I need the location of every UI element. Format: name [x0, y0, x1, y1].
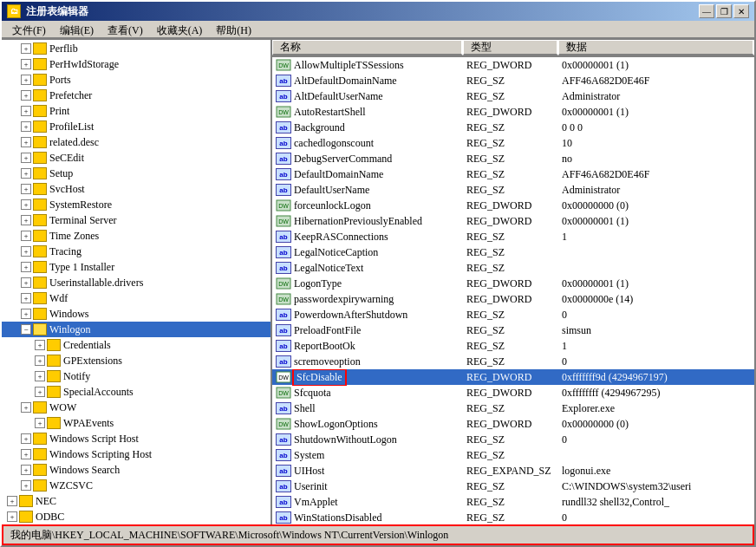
- tree-item[interactable]: +PerHwIdStorage: [2, 56, 270, 72]
- tree-item[interactable]: +ODBC: [2, 509, 270, 524]
- tree-toggle-icon[interactable]: +: [21, 231, 31, 241]
- list-row[interactable]: ab DefaultDomainName REG_SZ AFF46A682D0E…: [272, 166, 754, 182]
- menu-favorites[interactable]: 收藏夹(A): [150, 23, 210, 36]
- list-scroll[interactable]: DW AllowMultipleTSSessions REG_DWORD 0x0…: [272, 57, 754, 524]
- list-row[interactable]: ab scremoveoption REG_SZ 0: [272, 354, 754, 369]
- list-row[interactable]: DW LogonType REG_DWORD 0x00000001 (1): [272, 276, 754, 291]
- tree-item[interactable]: +SpecialAccounts: [2, 384, 270, 400]
- tree-toggle-icon[interactable]: +: [21, 75, 31, 85]
- tree-toggle-icon[interactable]: +: [21, 246, 31, 257]
- tree-toggle-icon[interactable]: +: [21, 43, 31, 54]
- list-row[interactable]: ab AltDefaultDomainName REG_SZ AFF46A682…: [272, 73, 754, 88]
- tree-toggle-icon[interactable]: +: [21, 215, 31, 225]
- tree-toggle-icon[interactable]: +: [21, 106, 31, 116]
- tree-item[interactable]: +Windows Scripting Host: [2, 446, 270, 462]
- tree-toggle-icon[interactable]: −: [21, 324, 31, 335]
- tree-toggle-icon[interactable]: +: [21, 90, 31, 101]
- tree-toggle-icon[interactable]: +: [21, 480, 31, 491]
- tree-item[interactable]: +NEC: [2, 493, 270, 509]
- list-row[interactable]: DW passwordexpirywarning REG_DWORD 0x000…: [272, 291, 754, 307]
- tree-toggle-icon[interactable]: +: [35, 418, 45, 428]
- tree-toggle-icon[interactable]: +: [21, 449, 31, 459]
- list-row[interactable]: ab DebugServerCommand REG_SZ no: [272, 151, 754, 166]
- tree-toggle-icon[interactable]: +: [21, 277, 31, 288]
- tree-item[interactable]: +Type 1 Installer: [2, 259, 270, 275]
- tree-toggle-icon[interactable]: +: [35, 355, 45, 366]
- list-row[interactable]: ab ShutdownWithoutLogon REG_SZ 0: [272, 432, 754, 447]
- list-row[interactable]: DW HibernationPreviouslyEnabled REG_DWOR…: [272, 213, 754, 229]
- list-row[interactable]: ab PowerdownAfterShutdown REG_SZ 0: [272, 307, 754, 322]
- tree-item[interactable]: +Time Zones: [2, 228, 270, 244]
- tree-item[interactable]: +Tracing: [2, 244, 270, 259]
- menu-help[interactable]: 帮助(H): [209, 23, 258, 36]
- menu-view[interactable]: 查看(V): [101, 23, 150, 36]
- tree-toggle-icon[interactable]: +: [21, 153, 31, 163]
- list-row[interactable]: ab System REG_SZ: [272, 447, 754, 463]
- list-row[interactable]: DW AutoRestartShell REG_DWORD 0x00000001…: [272, 104, 754, 120]
- tree-item[interactable]: +Prefetcher: [2, 88, 270, 103]
- tree-item[interactable]: +Setup: [2, 166, 270, 181]
- tree-item[interactable]: +Wdf: [2, 290, 270, 306]
- tree-item[interactable]: +Print: [2, 103, 270, 119]
- list-row[interactable]: ab WinStationsDisabled REG_SZ 0: [272, 510, 754, 524]
- col-header-name[interactable]: 名称: [272, 40, 463, 55]
- tree-toggle-icon[interactable]: +: [21, 121, 31, 132]
- tree-toggle-icon[interactable]: +: [21, 137, 31, 147]
- tree-toggle-icon[interactable]: +: [35, 340, 45, 350]
- tree-item[interactable]: +SvcHost: [2, 181, 270, 197]
- list-row[interactable]: DW forceunlockLogon REG_DWORD 0x00000000…: [272, 198, 754, 213]
- tree-item[interactable]: +SystemRestore: [2, 197, 270, 212]
- list-row[interactable]: ab KeepRASConnections REG_SZ 1: [272, 229, 754, 244]
- tree-item[interactable]: +WPAEvents: [2, 415, 270, 431]
- tree-item[interactable]: +ProfileList: [2, 119, 270, 134]
- list-row[interactable]: ab Userinit REG_SZ C:\WINDOWS\system32\u…: [272, 479, 754, 494]
- list-row[interactable]: DW ShowLogonOptions REG_DWORD 0x00000000…: [272, 416, 754, 432]
- list-row[interactable]: ab PreloadFontFile REG_SZ simsun: [272, 322, 754, 338]
- restore-button[interactable]: ❐: [716, 4, 732, 18]
- tree-item[interactable]: +Windows: [2, 306, 270, 322]
- tree-toggle-icon[interactable]: +: [21, 465, 31, 475]
- list-row[interactable]: ab LegalNoticeText REG_SZ: [272, 260, 754, 276]
- tree-toggle-icon[interactable]: +: [21, 402, 31, 413]
- list-row[interactable]: ab VmApplet REG_SZ rundll32 shell32,Cont…: [272, 494, 754, 510]
- tree-toggle-icon[interactable]: +: [35, 387, 45, 397]
- tree-toggle-icon[interactable]: +: [21, 309, 31, 319]
- tree-item[interactable]: +Windows Script Host: [2, 431, 270, 446]
- tree-toggle-icon[interactable]: +: [21, 262, 31, 272]
- list-row[interactable]: ab Background REG_SZ 0 0 0: [272, 120, 754, 135]
- tree-item[interactable]: +related.desc: [2, 134, 270, 150]
- list-row[interactable]: ab ReportBootOk REG_SZ 1: [272, 338, 754, 354]
- tree-scroll[interactable]: −NetworkCards+OpenGLDrivers+Perflib+PerH…: [2, 40, 270, 524]
- menu-file[interactable]: 文件(F): [5, 23, 53, 36]
- tree-item[interactable]: +Perflib: [2, 41, 270, 56]
- tree-item[interactable]: +WZCSVC: [2, 478, 270, 493]
- tree-item[interactable]: +GPExtensions: [2, 353, 270, 368]
- tree-toggle-icon[interactable]: +: [35, 371, 45, 381]
- tree-toggle-icon[interactable]: +: [7, 496, 17, 506]
- tree-toggle-icon[interactable]: +: [21, 293, 31, 303]
- list-row[interactable]: DW SfcDisable REG_DWORD 0xfffffff9d (429…: [272, 369, 754, 385]
- tree-toggle-icon[interactable]: +: [21, 59, 31, 69]
- list-row[interactable]: ab DefaultUserName REG_SZ Administrator: [272, 182, 754, 198]
- tree-item[interactable]: +Credentials: [2, 337, 270, 353]
- col-header-data[interactable]: 数据: [558, 40, 754, 55]
- tree-item[interactable]: +Terminal Server: [2, 212, 270, 228]
- tree-item[interactable]: +Userinstallable.drivers: [2, 275, 270, 290]
- list-row[interactable]: ab Shell REG_SZ Explorer.exe: [272, 400, 754, 416]
- minimize-button[interactable]: —: [699, 4, 714, 18]
- list-row[interactable]: DW AllowMultipleTSSessions REG_DWORD 0x0…: [272, 57, 754, 73]
- list-row[interactable]: ab LegalNoticeCaption REG_SZ: [272, 244, 754, 260]
- tree-item[interactable]: +Ports: [2, 72, 270, 88]
- tree-item[interactable]: +WOW: [2, 400, 270, 415]
- list-row[interactable]: ab AltDefaultUserName REG_SZ Administrat…: [272, 88, 754, 104]
- menu-edit[interactable]: 编辑(E): [53, 23, 101, 36]
- tree-toggle-icon[interactable]: +: [21, 168, 31, 179]
- list-row[interactable]: ab UIHost REG_EXPAND_SZ logonui.exe: [272, 463, 754, 479]
- tree-item[interactable]: −Winlogon: [2, 322, 270, 337]
- list-row[interactable]: DW Sfcquota REG_DWORD 0xffffffff (429496…: [272, 385, 754, 400]
- tree-toggle-icon[interactable]: +: [7, 511, 17, 522]
- tree-toggle-icon[interactable]: +: [21, 433, 31, 444]
- tree-item[interactable]: +SeCEdit: [2, 150, 270, 166]
- col-header-type[interactable]: 类型: [463, 40, 558, 55]
- close-button[interactable]: ✕: [733, 4, 749, 18]
